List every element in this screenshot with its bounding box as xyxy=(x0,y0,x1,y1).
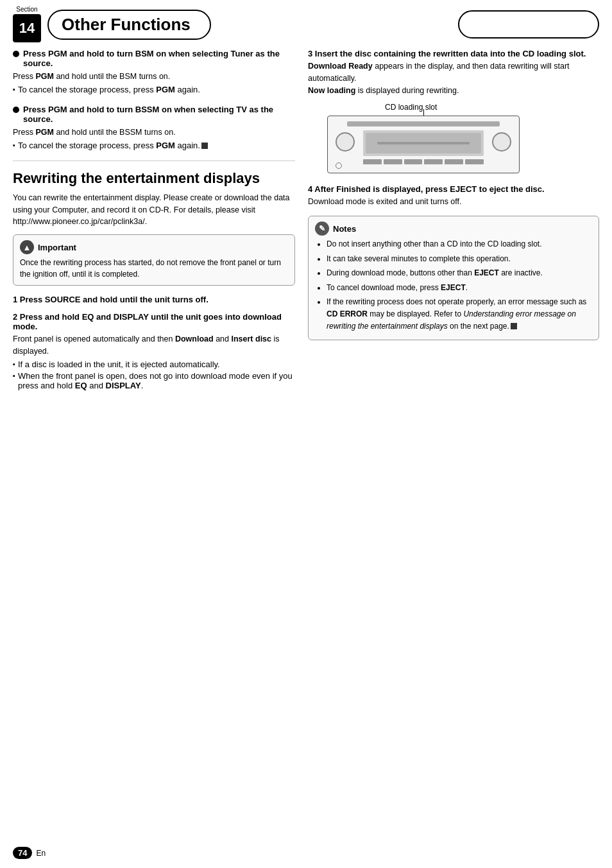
important-label: Important xyxy=(38,243,76,252)
bullet-dot-2 xyxy=(13,107,19,113)
step-2-body: Front panel is opened automatically and … xyxy=(13,333,295,358)
stop-icon-2 xyxy=(511,323,517,329)
notes-title: ✎ Notes xyxy=(315,221,592,236)
important-icon: ▲ xyxy=(20,240,34,254)
cd-right-knob xyxy=(492,132,511,152)
important-title: ▲ Important xyxy=(20,240,288,254)
small-bullet-mark-4: ▪ xyxy=(13,372,15,379)
important-body: Once the rewriting process has started, … xyxy=(20,257,288,280)
step-2-note-2-text: When the front panel is open, does not g… xyxy=(18,371,295,390)
note-item-5: If the rewriting process does not operat… xyxy=(327,296,592,332)
cd-btn-3[interactable] xyxy=(404,159,423,164)
step-2: 2 Press and hold EQ and DISPLAY until th… xyxy=(13,312,295,390)
rewriting-heading: Rewriting the entertainment displays xyxy=(13,170,295,187)
bullet-note-text-1: To cancel the storage process, press PGM… xyxy=(18,85,200,94)
bullet-section-bssm: Press PGM and hold to turn BSSM on when … xyxy=(13,105,295,150)
step-3-body: Download Ready appears in the display, a… xyxy=(308,60,599,96)
bullet-section-bsm: Press PGM and hold to turn BSM on when s… xyxy=(13,49,295,94)
cd-unit-diagram xyxy=(327,116,520,173)
header-oval xyxy=(458,10,599,39)
small-bullet-mark-1: ▪ xyxy=(13,85,15,93)
cd-display xyxy=(363,130,484,156)
step-2-title: 2 Press and hold EQ and DISPLAY until th… xyxy=(13,312,295,331)
important-box: ▲ Important Once the rewriting process h… xyxy=(13,234,295,286)
bullet-dot-1 xyxy=(13,51,19,57)
left-column: Press PGM and hold to turn BSM on when s… xyxy=(13,49,295,398)
section-badge: Section 14 xyxy=(13,6,41,42)
notes-list: Do not insert anything other than a CD i… xyxy=(327,238,592,332)
bullet-note-1: ▪ To cancel the storage process, press P… xyxy=(13,85,295,94)
page-header: Section 14 Other Functions xyxy=(0,0,612,42)
cd-btn-4[interactable] xyxy=(424,159,443,164)
cd-unit-buttons xyxy=(363,158,484,166)
stop-icon-1 xyxy=(201,143,208,149)
cd-unit-dot xyxy=(336,162,342,169)
cd-label-line xyxy=(423,109,424,116)
cd-left-knob xyxy=(336,132,355,152)
cd-btn-5[interactable] xyxy=(445,159,463,164)
step-3-title: 3 Insert the disc containing the rewritt… xyxy=(308,49,599,58)
divider xyxy=(13,161,295,161)
note-item-4: To cancel download mode, press EJECT. xyxy=(327,282,592,294)
page-number: 74 xyxy=(13,847,32,859)
small-bullet-mark-2: ▪ xyxy=(13,141,15,149)
cd-slot-label: CD loading slot xyxy=(385,103,599,112)
bullet-body-2: Press PGM and hold until the BSSM turns … xyxy=(13,126,295,139)
cd-diagram: CD loading slot xyxy=(327,103,599,175)
small-bullet-mark-3: ▪ xyxy=(13,360,15,368)
step-2-note-1: ▪ If a disc is loaded in the unit, it is… xyxy=(13,360,295,369)
bullet-note-text-2: To cancel the storage process, press PGM… xyxy=(18,141,208,150)
bullet-note-2: ▪ To cancel the storage process, press P… xyxy=(13,141,295,150)
page-language: En xyxy=(36,849,46,858)
cd-insert-slot xyxy=(347,121,500,126)
bullet-title-bssm: Press PGM and hold to turn BSSM on when … xyxy=(13,105,295,124)
step-4: 4 After Finished is displayed, press EJE… xyxy=(308,184,599,208)
section-label: Section xyxy=(16,6,37,13)
bullet-title-bsm: Press PGM and hold to turn BSM on when s… xyxy=(13,49,295,68)
step-3: 3 Insert the disc containing the rewritt… xyxy=(308,49,599,175)
page-footer: 74 En xyxy=(13,847,46,859)
notes-box: ✎ Notes Do not insert anything other tha… xyxy=(308,216,599,340)
bullet-title-text-1: Press PGM and hold to turn BSM on when s… xyxy=(23,49,295,68)
step-1-title: 1 Press SOURCE and hold until the unit t… xyxy=(13,295,295,304)
cd-display-bar xyxy=(377,142,470,144)
step-2-note-2: ▪ When the front panel is open, does not… xyxy=(13,371,295,390)
cd-btn-2[interactable] xyxy=(384,159,402,164)
notes-icon: ✎ xyxy=(315,221,329,236)
note-item-3: During download mode, buttons other than… xyxy=(327,267,592,279)
bullet-title-text-2: Press PGM and hold to turn BSSM on when … xyxy=(23,105,295,124)
rewriting-intro: You can rewrite the entertainment displa… xyxy=(13,192,295,228)
note-item-2: It can take several minutes to complete … xyxy=(327,253,592,265)
page-title: Other Functions xyxy=(47,10,211,40)
bullet-body-1: Press PGM and hold until the BSM turns o… xyxy=(13,71,295,83)
step-4-body: Download mode is exited and unit turns o… xyxy=(308,196,599,208)
step-2-note-1-text: If a disc is loaded in the unit, it is e… xyxy=(18,360,220,369)
main-content: Press PGM and hold to turn BSM on when s… xyxy=(0,42,612,411)
cd-btn-6[interactable] xyxy=(465,159,484,164)
cd-btn-1[interactable] xyxy=(363,159,382,164)
step-1: 1 Press SOURCE and hold until the unit t… xyxy=(13,295,295,304)
section-number: 14 xyxy=(13,14,41,42)
note-item-1: Do not insert anything other than a CD i… xyxy=(327,238,592,250)
step-4-title: 4 After Finished is displayed, press EJE… xyxy=(308,184,599,194)
notes-label: Notes xyxy=(333,224,356,234)
right-column: 3 Insert the disc containing the rewritt… xyxy=(308,49,599,398)
